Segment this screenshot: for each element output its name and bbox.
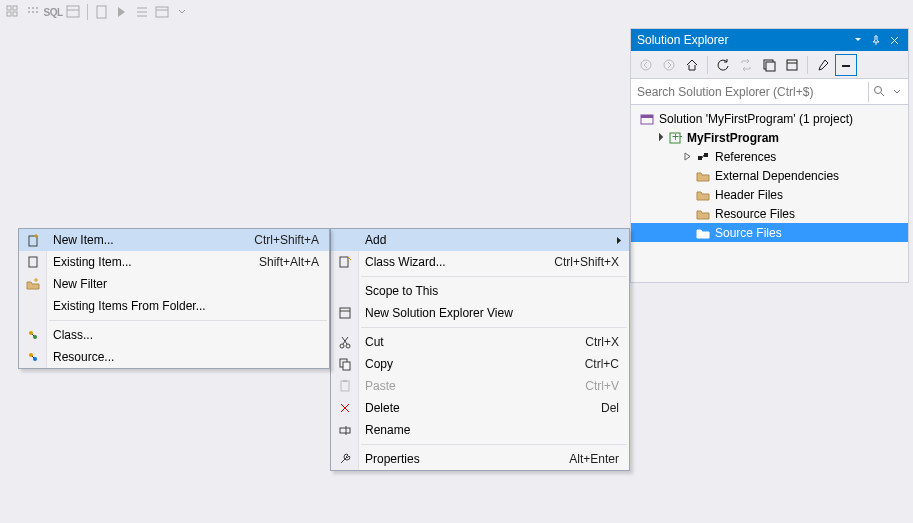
solution-explorer-panel: Solution Explorer Solution 'MyFirstProgr… bbox=[630, 28, 909, 283]
svg-point-5 bbox=[32, 7, 34, 9]
pin-icon[interactable] bbox=[868, 32, 884, 48]
svg-rect-43 bbox=[340, 428, 350, 433]
menu-label: Cut bbox=[365, 335, 565, 349]
menu-existing-item[interactable]: Existing Item... Shift+Alt+A bbox=[19, 251, 329, 273]
search-icon[interactable] bbox=[868, 82, 890, 102]
svg-rect-12 bbox=[97, 6, 106, 18]
menu-shortcut: Ctrl+Shift+X bbox=[554, 255, 619, 269]
tree-label: Source Files bbox=[715, 226, 782, 240]
menu-add[interactable]: Add bbox=[331, 229, 629, 251]
tree-label: Solution 'MyFirstProgram' (1 project) bbox=[659, 112, 853, 126]
menu-separator bbox=[49, 320, 327, 321]
svg-point-8 bbox=[32, 11, 34, 13]
list-icon[interactable] bbox=[133, 3, 151, 21]
folder-icon bbox=[695, 225, 711, 241]
script-icon[interactable] bbox=[93, 3, 111, 21]
dots-icon[interactable] bbox=[24, 3, 42, 21]
wrench-icon bbox=[335, 449, 355, 469]
svg-rect-21 bbox=[766, 62, 775, 71]
menu-resource[interactable]: Resource... bbox=[19, 346, 329, 368]
menu-shortcut: Ctrl+C bbox=[585, 357, 619, 371]
svg-rect-0 bbox=[7, 6, 11, 10]
svg-rect-16 bbox=[156, 7, 168, 17]
svg-rect-42 bbox=[343, 380, 347, 382]
refresh-icon[interactable] bbox=[712, 54, 734, 76]
showall-icon[interactable] bbox=[781, 54, 803, 76]
menu-copy[interactable]: Copy Ctrl+C bbox=[331, 353, 629, 375]
paste-icon bbox=[335, 376, 355, 396]
menu-rename[interactable]: Rename bbox=[331, 419, 629, 441]
menu-from-folder[interactable]: Existing Items From Folder... bbox=[19, 295, 329, 317]
menu-class[interactable]: Class... bbox=[19, 324, 329, 346]
tree-project[interactable]: ++ MyFirstProgram bbox=[631, 128, 908, 147]
cut-icon bbox=[335, 332, 355, 352]
sync-icon[interactable] bbox=[735, 54, 757, 76]
svg-point-38 bbox=[346, 344, 350, 348]
svg-rect-34 bbox=[340, 257, 348, 267]
menu-label: Copy bbox=[365, 357, 565, 371]
properties-icon[interactable] bbox=[812, 54, 834, 76]
new-filter-icon bbox=[23, 274, 43, 294]
tree-resfiles[interactable]: Resource Files bbox=[631, 204, 908, 223]
menu-label: Delete bbox=[365, 401, 581, 415]
back-icon[interactable] bbox=[635, 54, 657, 76]
svg-line-52 bbox=[32, 356, 34, 358]
panel-search bbox=[631, 79, 908, 105]
dropdown-icon[interactable] bbox=[173, 3, 191, 21]
tree-label: References bbox=[715, 150, 776, 164]
menu-shortcut: Alt+Enter bbox=[569, 452, 619, 466]
menu-shortcut: Del bbox=[601, 401, 619, 415]
panel-title: Solution Explorer bbox=[637, 33, 848, 47]
search-dropdown-icon[interactable] bbox=[890, 82, 904, 102]
document-toolbar: SQL bbox=[4, 1, 191, 23]
window-icon[interactable] bbox=[153, 3, 171, 21]
menu-cut[interactable]: Cut Ctrl+X bbox=[331, 331, 629, 353]
menu-new-item[interactable]: New Item... Ctrl+Shift+A bbox=[19, 229, 329, 251]
svg-point-37 bbox=[340, 344, 344, 348]
panel-menu-icon[interactable] bbox=[850, 32, 866, 48]
tree-solution[interactable]: Solution 'MyFirstProgram' (1 project) bbox=[631, 109, 908, 128]
menu-scope[interactable]: Scope to This bbox=[331, 280, 629, 302]
table-icon[interactable] bbox=[64, 3, 82, 21]
menu-label: New Filter bbox=[53, 277, 319, 291]
expand-icon[interactable] bbox=[653, 132, 665, 144]
forward-icon[interactable] bbox=[658, 54, 680, 76]
delete-icon bbox=[335, 398, 355, 418]
menu-label: New Solution Explorer View bbox=[365, 306, 619, 320]
search-input[interactable] bbox=[635, 82, 868, 102]
class-icon bbox=[23, 325, 43, 345]
menu-new-filter[interactable]: New Filter bbox=[19, 273, 329, 295]
svg-rect-1 bbox=[13, 6, 17, 10]
tree-references[interactable]: References bbox=[631, 147, 908, 166]
close-icon[interactable] bbox=[886, 32, 902, 48]
tree-headers[interactable]: Header Files bbox=[631, 185, 908, 204]
menu-delete[interactable]: Delete Del bbox=[331, 397, 629, 419]
svg-rect-46 bbox=[29, 257, 37, 267]
preview-icon[interactable] bbox=[835, 54, 857, 76]
toolbar-separator bbox=[807, 56, 808, 74]
expand-icon[interactable] bbox=[681, 151, 693, 163]
existing-item-icon bbox=[23, 252, 43, 272]
folder-icon bbox=[695, 206, 711, 222]
menu-new-view[interactable]: New Solution Explorer View bbox=[331, 302, 629, 324]
svg-point-9 bbox=[36, 11, 38, 13]
tree-extdep[interactable]: External Dependencies bbox=[631, 166, 908, 185]
folder-icon bbox=[695, 168, 711, 184]
collapse-icon[interactable] bbox=[758, 54, 780, 76]
grid-icon[interactable] bbox=[4, 3, 22, 21]
svg-rect-10 bbox=[67, 6, 79, 17]
svg-rect-35 bbox=[340, 308, 350, 318]
svg-line-26 bbox=[881, 93, 884, 96]
tree-source-files[interactable]: Source Files bbox=[631, 223, 908, 242]
home-icon[interactable] bbox=[681, 54, 703, 76]
run-icon[interactable] bbox=[113, 3, 131, 21]
menu-label: Rename bbox=[365, 423, 619, 437]
svg-point-18 bbox=[641, 60, 651, 70]
menu-properties[interactable]: Properties Alt+Enter bbox=[331, 448, 629, 470]
tree-label: MyFirstProgram bbox=[687, 131, 779, 145]
menu-class-wizard[interactable]: Class Wizard... Ctrl+Shift+X bbox=[331, 251, 629, 273]
sql-button[interactable]: SQL bbox=[44, 3, 62, 21]
menu-separator bbox=[361, 276, 627, 277]
panel-header[interactable]: Solution Explorer bbox=[631, 29, 908, 51]
solution-tree: Solution 'MyFirstProgram' (1 project) ++… bbox=[631, 105, 908, 282]
